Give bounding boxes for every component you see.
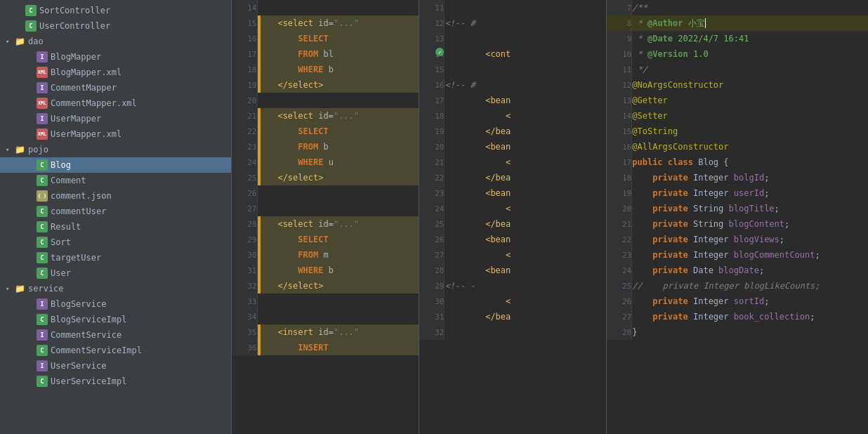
line-content: SELECT [257, 124, 419, 139]
code-line: 20 [232, 93, 419, 108]
line-number: 19 [419, 124, 445, 139]
code-line: 27 < [419, 247, 606, 263]
line-content: @AllArgsConstructor [632, 139, 868, 154]
sidebar-item-user[interactable]: C User [0, 265, 231, 281]
line-number: 25 [607, 278, 632, 294]
sidebar-item-pojo[interactable]: ▾ 📁 pojo [0, 142, 231, 157]
code-line: 35 <insert id="..." [232, 324, 419, 340]
line-number: 19 [232, 77, 257, 93]
sidebar-item-service[interactable]: ▾ 📁 service [0, 281, 231, 296]
sidebar-item-user-mapper-xml[interactable]: XML UserMapper.xml [0, 126, 231, 142]
line-number: 22 [419, 170, 445, 185]
sidebar-item-dao[interactable]: ▾ 📁 dao [0, 34, 231, 49]
sidebar-item-blog-service[interactable]: I BlogService [0, 296, 231, 312]
sidebar-item-user-service[interactable]: I UserService [0, 358, 231, 374]
class-icon: C [37, 376, 48, 387]
line-number: 30 [232, 247, 257, 263]
code-line: 23 FROM b [232, 139, 419, 154]
code-table-right: 7 /** 8 * @Author 小宝 9 [607, 0, 868, 340]
line-content: < [445, 154, 606, 170]
code-line: 8 * @Author 小宝 [607, 15, 868, 31]
sidebar-item-blog-service-impl[interactable]: C BlogServiceImpl [0, 312, 231, 327]
code-line: 20 <bean [419, 139, 606, 154]
class-icon: C [37, 159, 48, 171]
line-content [257, 309, 419, 324]
line-number: 13 [419, 31, 445, 46]
line-number: 27 [607, 309, 632, 324]
code-scroll-mid[interactable]: 11 12 <!-- # 13 1 [419, 0, 606, 434]
sidebar-item-comment-service[interactable]: I CommentService [0, 327, 231, 343]
line-number: 28 [232, 216, 257, 232]
sidebar-item-result[interactable]: C Result [0, 219, 231, 235]
line-content: private Integer book_collection; [632, 309, 868, 324]
line-content: <!-- - [445, 278, 606, 294]
sidebar-item-sort[interactable]: C Sort [0, 235, 231, 250]
code-scroll-right[interactable]: 7 /** 8 * @Author 小宝 9 [607, 0, 868, 434]
line-number: 27 [419, 247, 445, 263]
code-line: 25 </bea [419, 216, 606, 232]
sidebar-item-comment-mapper-xml[interactable]: XML CommentMapper.xml [0, 96, 231, 111]
line-number: 24 [419, 201, 445, 216]
line-content: /** [632, 0, 868, 15]
line-content: </bea [445, 124, 606, 139]
line-content: </select> [257, 278, 419, 294]
line-number: 17 [607, 154, 632, 170]
sidebar-item-label: BlogService [51, 299, 106, 309]
class-icon: C [37, 252, 48, 263]
line-content: < [445, 108, 606, 124]
code-panel-left: 14 15 <select id="..." 16 [232, 0, 419, 434]
sidebar-item-comment[interactable]: C Comment [0, 173, 231, 188]
sidebar-item-target-user[interactable]: C targetUser [0, 250, 231, 265]
sidebar-item-comment-mapper[interactable]: I CommentMapper [0, 80, 231, 96]
sidebar-item-blog[interactable]: C Blog [0, 157, 231, 173]
line-number: 23 [419, 185, 445, 201]
folder-icon: 📁 [14, 144, 25, 155]
sidebar-item-user-service-impl[interactable]: C UserServiceImpl [0, 374, 231, 389]
line-content: <bean [445, 93, 606, 108]
line-number: 23 [607, 247, 632, 263]
line-number: 19 [607, 185, 632, 201]
code-line: 18 WHERE b [232, 62, 419, 77]
line-number: 30 [419, 294, 445, 309]
code-line: 22 private Integer blogViews; [607, 232, 868, 247]
line-content: </bea [445, 216, 606, 232]
class-icon: C [37, 237, 48, 248]
line-number: 35 [232, 324, 257, 340]
line-number: 8 [607, 15, 632, 31]
sidebar-item-blog-mapper-xml[interactable]: XML BlogMapper.xml [0, 65, 231, 80]
xml-icon: XML [37, 98, 48, 109]
sidebar-item-label: comment.json [51, 191, 112, 201]
line-number: 27 [232, 201, 257, 216]
sidebar-item-comment-json[interactable]: { } comment.json [0, 188, 231, 204]
sidebar-item-user-mapper[interactable]: I UserMapper [0, 111, 231, 126]
line-number: 16 [607, 139, 632, 154]
class-icon: C [37, 206, 48, 217]
sidebar-item-comment-user[interactable]: C commentUser [0, 204, 231, 219]
interface-icon: I [37, 82, 48, 93]
line-number: 25 [232, 170, 257, 185]
line-content [257, 0, 419, 15]
tree-arrow: ▾ [6, 285, 14, 292]
line-number: 20 [232, 93, 257, 108]
json-icon: { } [37, 190, 48, 202]
sidebar-item-user-controller[interactable]: C UserController [0, 18, 231, 34]
code-scroll-left[interactable]: 14 15 <select id="..." 16 [232, 0, 419, 434]
code-line: 25 </select> [232, 170, 419, 185]
line-number: 16 [232, 31, 257, 46]
line-content: <!-- # [445, 77, 606, 93]
code-line: 24 WHERE u [232, 154, 419, 170]
sidebar-item-comment-service-impl[interactable]: C CommentServiceImpl [0, 343, 231, 358]
code-line: 13 @Getter [607, 93, 868, 108]
code-line: 31 </bea [419, 309, 606, 324]
line-number: 17 [419, 93, 445, 108]
sidebar-item-sort-controller[interactable]: C SortController [0, 3, 231, 18]
interface-icon: I [37, 298, 48, 310]
line-content [445, 0, 606, 15]
line-content: </select> [257, 77, 419, 93]
sidebar-item-blog-mapper[interactable]: I BlogMapper [0, 49, 231, 65]
file-tree: C SortController C UserController ▾ 📁 da… [0, 0, 232, 434]
code-line: 21 private String blogContent; [607, 216, 868, 232]
line-content: INSERT [257, 340, 419, 355]
line-number: 14 ✓ [419, 46, 445, 62]
sidebar-item-label: CommentServiceImpl [51, 346, 142, 355]
